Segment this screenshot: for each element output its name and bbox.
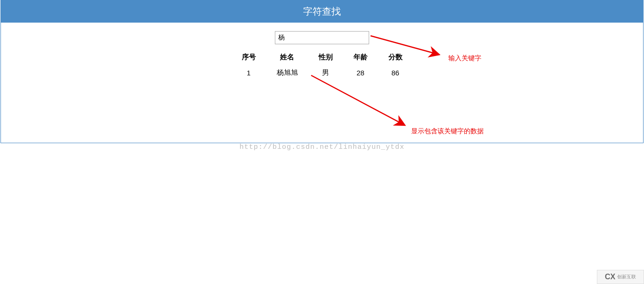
results-table: 序号 姓名 性别 年龄 分数 1 杨旭旭 男 28 86 [231,50,413,81]
page-title: 字符查找 [1,0,643,23]
cell-gender: 男 [308,65,343,81]
cell-age: 28 [343,65,378,81]
cell-score: 86 [378,65,413,81]
annotation-input-keyword: 输入关键字 [448,54,481,63]
annotation-show-data: 显示包含该关键字的数据 [411,127,484,136]
watermark-text: http://blog.csdn.net/linhaiyun_ytdx [0,143,644,151]
app-container: 字符查找 序号 姓名 性别 年龄 分数 1 杨旭旭 男 28 86 [0,0,644,143]
cell-index: 1 [231,65,266,81]
arrow-icon [308,73,412,130]
col-name: 姓名 [266,50,308,65]
logo-badge: CX 创新互联 [597,270,644,284]
table-row: 1 杨旭旭 男 28 86 [231,65,413,81]
content-area: 序号 姓名 性别 年龄 分数 1 杨旭旭 男 28 86 [1,23,643,143]
search-input[interactable] [275,31,369,44]
cell-name: 杨旭旭 [266,65,308,81]
col-gender: 性别 [308,50,343,65]
logo-prefix: CX [605,273,615,281]
logo-text: 创新互联 [617,274,636,280]
svg-line-1 [311,75,405,125]
col-score: 分数 [378,50,413,65]
col-age: 年龄 [343,50,378,65]
col-index: 序号 [231,50,266,65]
table-header-row: 序号 姓名 性别 年龄 分数 [231,50,413,65]
